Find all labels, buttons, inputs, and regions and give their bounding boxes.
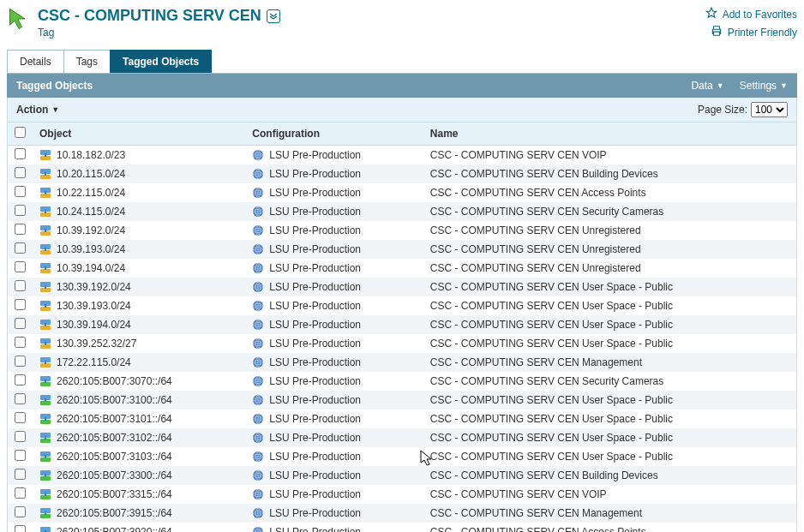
configuration-value: LSU Pre-Production <box>269 375 361 387</box>
table-row[interactable]: 10.39.192.0/24 LSU Pre-Production CSC - … <box>8 221 797 240</box>
table-row[interactable]: 130.39.193.0/24 LSU Pre-Production CSC -… <box>8 296 797 315</box>
select-all-checkbox[interactable] <box>15 127 26 138</box>
star-icon <box>705 7 717 21</box>
row-checkbox[interactable] <box>15 261 26 272</box>
object-value: 2620:105:B007:3300::/64 <box>57 469 172 481</box>
row-checkbox[interactable] <box>15 506 26 517</box>
globe-icon <box>252 206 264 218</box>
row-checkbox[interactable] <box>15 356 26 367</box>
svg-rect-58 <box>45 285 46 289</box>
row-checkbox[interactable] <box>15 337 26 348</box>
svg-rect-50 <box>45 266 46 270</box>
row-checkbox[interactable] <box>15 431 26 442</box>
row-checkbox[interactable] <box>15 280 26 291</box>
row-checkbox[interactable] <box>15 224 26 235</box>
object-value: 172.22.115.0/24 <box>57 356 131 368</box>
configuration-value: LSU Pre-Production <box>269 507 361 519</box>
object-value: 130.39.193.0/24 <box>57 300 131 312</box>
name-value: CSC - COMPUTING SERV CEN Security Camera… <box>430 375 664 387</box>
configuration-value: LSU Pre-Production <box>269 206 361 218</box>
col-object[interactable]: Object <box>33 123 245 146</box>
tab-tagged-objects[interactable]: Tagged Objects <box>110 50 212 73</box>
network-icon <box>39 224 51 236</box>
network-icon <box>39 469 51 481</box>
action-dropdown[interactable]: Action ▼ <box>16 104 59 116</box>
network-icon <box>39 451 51 463</box>
cursor-arrow-icon <box>7 7 31 31</box>
globe-icon <box>252 319 264 331</box>
page-size-label: Page Size: <box>698 104 747 116</box>
settings-dropdown[interactable]: Settings ▼ <box>740 80 788 92</box>
row-checkbox[interactable] <box>15 374 26 386</box>
action-bar: Action ▼ Page Size: 100 <box>7 98 797 122</box>
printer-friendly-link[interactable]: Printer Friendly <box>711 25 797 39</box>
col-configuration[interactable]: Configuration <box>245 123 423 146</box>
network-icon <box>39 375 51 387</box>
configuration-value: LSU Pre-Production <box>269 262 361 274</box>
name-value: CSC - COMPUTING SERV CEN Unregistered <box>430 224 641 236</box>
row-checkbox[interactable] <box>15 393 26 404</box>
chevron-down-icon: ▼ <box>780 81 788 90</box>
row-checkbox[interactable] <box>15 148 26 159</box>
name-value: CSC - COMPUTING SERV CEN Access Points <box>430 187 646 199</box>
svg-rect-2 <box>45 153 46 157</box>
table-row[interactable]: 130.39.192.0/24 LSU Pre-Production CSC -… <box>8 278 797 296</box>
page-subtitle: Tag <box>38 27 280 39</box>
network-icon <box>39 300 51 312</box>
table-row[interactable]: 172.22.115.0/24 LSU Pre-Production CSC -… <box>8 353 797 372</box>
svg-rect-26 <box>45 210 46 213</box>
network-icon <box>39 206 51 218</box>
expand-options-icon[interactable] <box>267 9 280 23</box>
row-checkbox[interactable] <box>15 242 26 254</box>
table-row[interactable]: 2620:105:B007:3103::/64 LSU Pre-Producti… <box>8 447 797 466</box>
table-row[interactable]: 2620:105:B007:3101::/64 LSU Pre-Producti… <box>8 409 797 428</box>
data-dropdown[interactable]: Data ▼ <box>691 80 723 92</box>
table-row[interactable]: 130.39.194.0/24 LSU Pre-Production CSC -… <box>8 315 797 334</box>
row-checkbox[interactable] <box>15 525 26 532</box>
table-row[interactable]: 2620:105:B007:3300::/64 LSU Pre-Producti… <box>8 466 797 485</box>
page-size-select-top[interactable]: 100 <box>751 102 788 117</box>
row-checkbox[interactable] <box>15 167 26 178</box>
network-icon <box>39 356 51 368</box>
table-row[interactable]: 2620:105:B007:3915::/64 LSU Pre-Producti… <box>8 504 797 523</box>
tab-tags[interactable]: Tags <box>63 50 111 73</box>
globe-icon <box>252 375 264 387</box>
svg-rect-146 <box>45 493 46 496</box>
tab-details[interactable]: Details <box>7 50 64 73</box>
table-row[interactable]: 2620:105:B007:3920::/64 LSU Pre-Producti… <box>8 523 797 532</box>
row-checkbox[interactable] <box>15 299 26 310</box>
table-row[interactable]: 10.39.194.0/24 LSU Pre-Production CSC - … <box>8 259 797 278</box>
table-row[interactable]: 2620:105:B007:3315::/64 LSU Pre-Producti… <box>8 485 797 504</box>
row-checkbox[interactable] <box>15 205 26 216</box>
object-value: 10.39.192.0/24 <box>57 224 125 236</box>
table-row[interactable]: 10.20.115.0/24 LSU Pre-Production CSC - … <box>8 164 797 183</box>
svg-rect-66 <box>45 304 46 308</box>
row-checkbox[interactable] <box>15 186 26 197</box>
row-checkbox[interactable] <box>15 487 26 499</box>
globe-icon <box>252 338 264 350</box>
row-checkbox[interactable] <box>15 412 26 423</box>
row-checkbox[interactable] <box>15 318 26 329</box>
col-name[interactable]: Name <box>423 123 797 146</box>
table-row[interactable]: 10.18.182.0/23 LSU Pre-Production CSC - … <box>8 146 797 165</box>
configuration-value: LSU Pre-Production <box>269 281 361 293</box>
object-value: 10.24.115.0/24 <box>57 206 125 218</box>
configuration-value: LSU Pre-Production <box>269 488 361 500</box>
table-row[interactable]: 10.39.193.0/24 LSU Pre-Production CSC - … <box>8 240 797 259</box>
table-row[interactable]: 10.24.115.0/24 LSU Pre-Production CSC - … <box>8 202 797 221</box>
table-row[interactable]: 2620:105:B007:3070::/64 LSU Pre-Producti… <box>8 372 797 391</box>
row-checkbox[interactable] <box>15 450 26 461</box>
name-value: CSC - COMPUTING SERV CEN Unregistered <box>430 262 641 274</box>
table-row[interactable]: 10.22.115.0/24 LSU Pre-Production CSC - … <box>8 183 797 202</box>
add-favorites-link[interactable]: Add to Favorites <box>705 7 797 21</box>
name-value: CSC - COMPUTING SERV CEN User Space - Pu… <box>430 413 673 425</box>
object-value: 10.18.182.0/23 <box>57 149 125 161</box>
name-value: CSC - COMPUTING SERV CEN User Space - Pu… <box>430 451 673 463</box>
object-value: 2620:105:B007:3070::/64 <box>57 375 172 387</box>
table-row[interactable]: 2620:105:B007:3102::/64 LSU Pre-Producti… <box>8 428 797 447</box>
table-row[interactable]: 2620:105:B007:3100::/64 LSU Pre-Producti… <box>8 391 797 409</box>
network-icon <box>39 526 51 532</box>
object-value: 10.39.194.0/24 <box>57 262 125 274</box>
row-checkbox[interactable] <box>15 469 26 480</box>
table-row[interactable]: 130.39.252.32/27 LSU Pre-Production CSC … <box>8 334 797 353</box>
